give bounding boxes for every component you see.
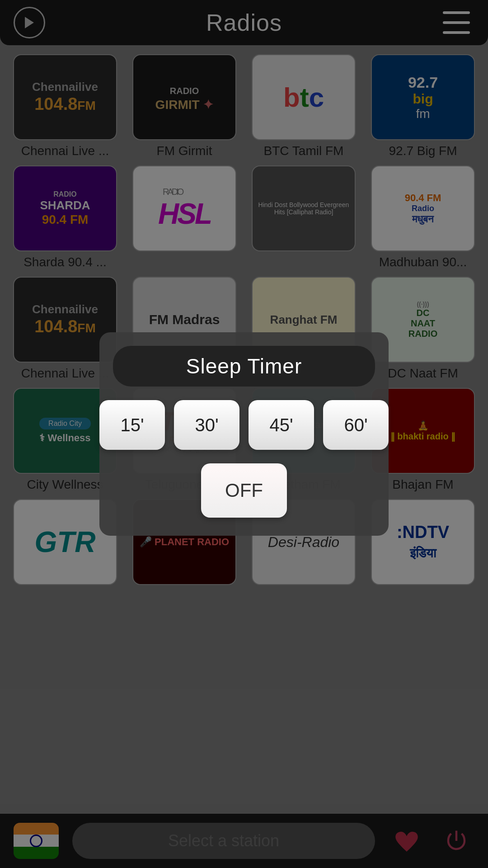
sleep-timer-title: Sleep Timer	[186, 354, 302, 378]
sleep-timer-title-bar: Sleep Timer	[113, 346, 375, 387]
timer-45-button[interactable]: 45'	[249, 400, 314, 450]
sleep-timer-overlay: Sleep Timer 15' 30' 45' 60' OFF	[0, 0, 488, 868]
timer-buttons-row: 15' 30' 45' 60'	[99, 400, 389, 450]
sleep-timer-modal: Sleep Timer 15' 30' 45' 60' OFF	[99, 332, 389, 536]
timer-off-button[interactable]: OFF	[201, 463, 287, 518]
timer-15-button[interactable]: 15'	[99, 400, 165, 450]
timer-30-button[interactable]: 30'	[174, 400, 239, 450]
timer-60-button[interactable]: 60'	[323, 400, 389, 450]
